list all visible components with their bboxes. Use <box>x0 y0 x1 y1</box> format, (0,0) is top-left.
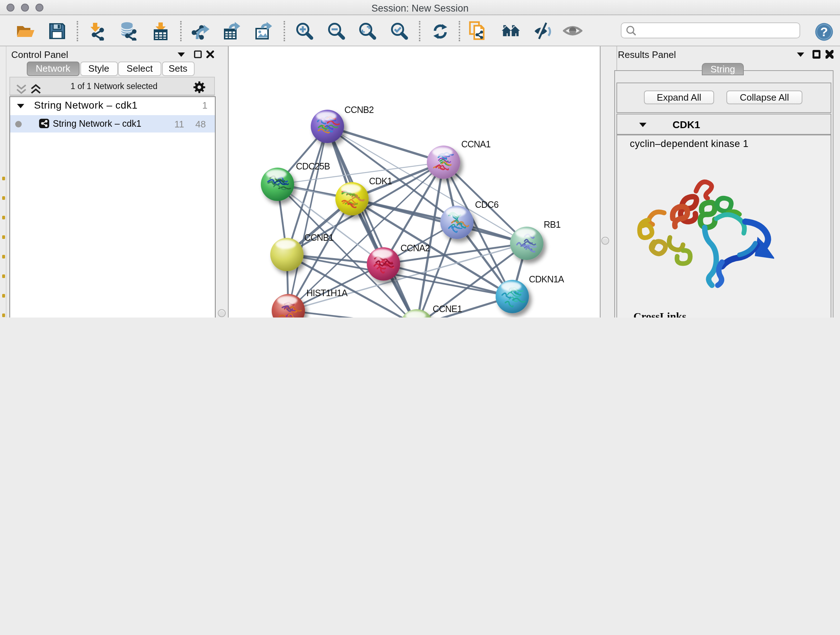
svg-text:CDC6: CDC6 <box>475 199 499 209</box>
svg-text:CCNB1: CCNB1 <box>304 232 333 242</box>
svg-text:CDC25B: CDC25B <box>296 161 330 171</box>
svg-text:CDKN1A: CDKN1A <box>529 274 564 284</box>
svg-text:CDK1: CDK1 <box>369 176 392 186</box>
svg-text:CCNB2: CCNB2 <box>344 104 374 114</box>
svg-text:HIST1H1A: HIST1H1A <box>306 287 347 298</box>
svg-text:?: ? <box>820 25 828 39</box>
svg-text:CCNE1: CCNE1 <box>433 303 462 314</box>
svg-text:CCNA2: CCNA2 <box>401 242 430 253</box>
svg-text:CCNA1: CCNA1 <box>461 139 491 149</box>
svg-text:RB1: RB1 <box>544 219 561 229</box>
